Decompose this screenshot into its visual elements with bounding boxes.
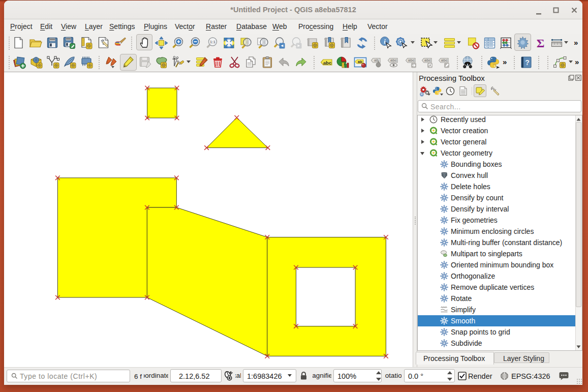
svg-text:Σ: Σ	[537, 37, 545, 50]
svg-text:abc: abc	[408, 58, 415, 63]
svg-text:abc: abc	[323, 60, 331, 66]
svg-text:abc: abc	[441, 58, 448, 63]
svg-text:ab: ab	[358, 59, 362, 64]
svg-text:?: ?	[525, 58, 530, 67]
svg-text:abc: abc	[424, 58, 431, 63]
svg-text:abc: abc	[390, 58, 397, 63]
svg-text:1:1: 1:1	[210, 40, 215, 44]
